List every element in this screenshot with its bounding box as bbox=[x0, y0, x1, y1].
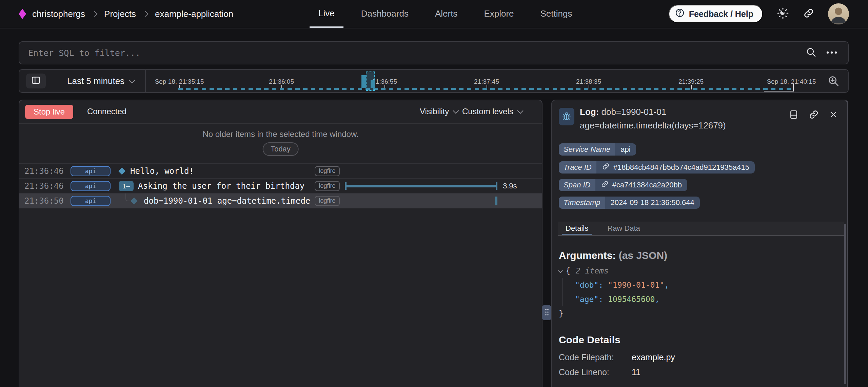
live-trace-panel: Stop live Connected Visibility Custom le… bbox=[19, 100, 542, 387]
collapse-children-toggle[interactable]: 1– bbox=[119, 181, 134, 191]
main-nav-tabs: Live Dashboards Alerts Explore Settings bbox=[310, 0, 581, 28]
timeline-tick-label: 21:36:55 bbox=[372, 78, 397, 85]
navbar-actions: Feedback / Help bbox=[669, 0, 849, 28]
logfire-live-view: christophergs Projects example-applicati… bbox=[0, 0, 868, 387]
today-button[interactable]: Today bbox=[262, 142, 299, 156]
trace-id-pill[interactable]: Trace ID #18b84cb4847b5d574c4ad9121935a4… bbox=[559, 161, 755, 174]
timeline-end-tick bbox=[764, 84, 794, 91]
tab-live[interactable]: Live bbox=[310, 0, 343, 28]
custom-levels-dropdown[interactable]: Custom levels bbox=[462, 100, 522, 123]
link-icon bbox=[601, 180, 609, 190]
chevron-down-icon bbox=[517, 107, 523, 114]
log-row[interactable]: 21:36:46 api 1– Asking the user for thei… bbox=[19, 179, 542, 194]
timeline-bar: Last 5 minutes Sep 18, 21:35:15 21:36:05… bbox=[19, 69, 849, 93]
log-rows: 21:36:46 api Hello, world! logfire 21:36… bbox=[19, 163, 542, 208]
more-options-icon[interactable] bbox=[826, 50, 838, 56]
log-time: 21:36:46 bbox=[24, 181, 64, 191]
code-filepath-row: Code Filepath: example.py bbox=[559, 352, 675, 362]
log-message: dob=1990-01-01 age=datetime.timede bbox=[144, 196, 310, 206]
panel-resize-handle[interactable] bbox=[542, 305, 552, 320]
link-icon bbox=[602, 162, 610, 172]
code-details-heading: Code Details bbox=[559, 334, 620, 346]
service-badge[interactable]: api bbox=[71, 166, 111, 176]
search-icon[interactable] bbox=[805, 46, 817, 59]
histogram-bar bbox=[361, 75, 366, 88]
stop-live-button[interactable]: Stop live bbox=[25, 105, 73, 119]
feedback-help-button[interactable]: Feedback / Help bbox=[669, 5, 763, 23]
theme-toggle-icon[interactable] bbox=[776, 7, 789, 21]
service-badge[interactable]: api bbox=[71, 181, 111, 191]
logfire-tag[interactable]: logfire bbox=[315, 196, 340, 206]
close-icon[interactable] bbox=[829, 110, 838, 121]
top-navbar: christophergs Projects example-applicati… bbox=[0, 0, 868, 28]
share-link-icon[interactable] bbox=[803, 7, 814, 20]
log-row-selected[interactable]: 21:36:50 api dob=1990-01-01 age=datetime… bbox=[19, 194, 542, 208]
timeline-tick-label: Sep 18, 21:35:15 bbox=[155, 78, 204, 85]
child-connector bbox=[125, 194, 131, 201]
close-brace: } bbox=[559, 306, 669, 321]
zoom-in-icon[interactable] bbox=[827, 75, 840, 89]
log-diamond-icon bbox=[118, 167, 125, 175]
connection-status: Connected bbox=[87, 100, 126, 123]
breadcrumb-project-name[interactable]: example-application bbox=[155, 9, 233, 19]
grip-dots-icon bbox=[544, 307, 550, 318]
tab-dashboards[interactable]: Dashboards bbox=[352, 0, 417, 28]
open-brace: { bbox=[566, 264, 570, 278]
timestamp-pill: Timestamp 2024-09-18 21:36:50.644 bbox=[559, 197, 700, 209]
bug-icon bbox=[559, 108, 574, 125]
visibility-dropdown[interactable]: Visibility bbox=[420, 100, 458, 123]
indent-guide bbox=[562, 278, 563, 306]
arguments-heading: Arguments: (as JSON) bbox=[559, 250, 667, 261]
tab-raw-data[interactable]: Raw Data bbox=[604, 222, 644, 235]
json-items-count: 2 items bbox=[576, 264, 609, 278]
brand-diamond-icon[interactable] bbox=[19, 9, 26, 19]
timeline-tick-label: 21:39:25 bbox=[678, 78, 704, 85]
sidebar-icon bbox=[31, 75, 41, 87]
span-duration-bar bbox=[345, 185, 497, 187]
time-range-dropdown[interactable]: Last 5 minutes bbox=[67, 70, 134, 92]
empty-window-message: No older items in the selected time wind… bbox=[19, 129, 542, 139]
details-title-text: dob=1990-01-01 age=datetime.timedelta(da… bbox=[580, 107, 726, 130]
json-entry: "dob": "1990-01-01", bbox=[559, 278, 669, 292]
log-details-panel: Log: dob=1990-01-01 age=datetime.timedel… bbox=[551, 100, 848, 387]
log-point-marker bbox=[495, 197, 497, 205]
service-name-pill: Service Name api bbox=[559, 143, 636, 156]
breadcrumb-projects[interactable]: Projects bbox=[104, 9, 136, 19]
json-viewer: { 2 items "dob": "1990-01-01", "age": 10… bbox=[559, 264, 669, 321]
tab-details[interactable]: Details bbox=[562, 222, 592, 235]
log-row[interactable]: 21:36:46 api Hello, world! logfire bbox=[19, 163, 542, 179]
chevron-right-icon bbox=[143, 11, 149, 17]
chevron-down-icon bbox=[453, 107, 459, 114]
log-time: 21:36:46 bbox=[24, 166, 64, 176]
code-lineno-row: Code Lineno: 11 bbox=[559, 367, 640, 377]
logfire-tag[interactable]: logfire bbox=[315, 181, 340, 191]
details-scrollbar[interactable] bbox=[844, 224, 846, 384]
timeline-baseline bbox=[178, 88, 792, 90]
log-time: 21:36:50 bbox=[24, 196, 64, 206]
tab-settings[interactable]: Settings bbox=[532, 0, 581, 28]
details-tab-bar: Details Raw Data bbox=[558, 222, 844, 236]
span-duration: 3.9s bbox=[503, 182, 517, 190]
sql-filter-input[interactable] bbox=[19, 42, 848, 64]
span-id-pill[interactable]: Span ID #ca741384ca2a20bb bbox=[559, 179, 687, 191]
sidebar-toggle-button[interactable] bbox=[26, 74, 46, 88]
user-avatar[interactable] bbox=[828, 3, 849, 24]
histogram-bar bbox=[371, 80, 375, 88]
details-title: Log: dob=1990-01-01 age=datetime.timedel… bbox=[580, 105, 790, 132]
log-message: Hello, world! bbox=[130, 166, 194, 176]
divider bbox=[145, 70, 146, 92]
log-diamond-icon bbox=[131, 197, 138, 204]
logfire-tag[interactable]: logfire bbox=[315, 166, 340, 176]
breadcrumb-org[interactable]: christophergs bbox=[32, 9, 85, 19]
chevron-down-icon bbox=[129, 77, 135, 83]
copy-link-icon[interactable] bbox=[808, 109, 819, 121]
json-entry: "age": 1095465600, bbox=[559, 292, 669, 306]
tab-alerts[interactable]: Alerts bbox=[426, 0, 466, 28]
tab-explore[interactable]: Explore bbox=[475, 0, 522, 28]
service-badge[interactable]: api bbox=[71, 196, 111, 206]
open-split-view-icon[interactable] bbox=[789, 109, 799, 121]
details-actions bbox=[789, 109, 838, 121]
collapse-json-icon[interactable] bbox=[558, 268, 563, 273]
timeline-tick-label: 21:37:45 bbox=[474, 78, 499, 85]
live-panel-header: Stop live Connected Visibility Custom le… bbox=[19, 100, 542, 124]
